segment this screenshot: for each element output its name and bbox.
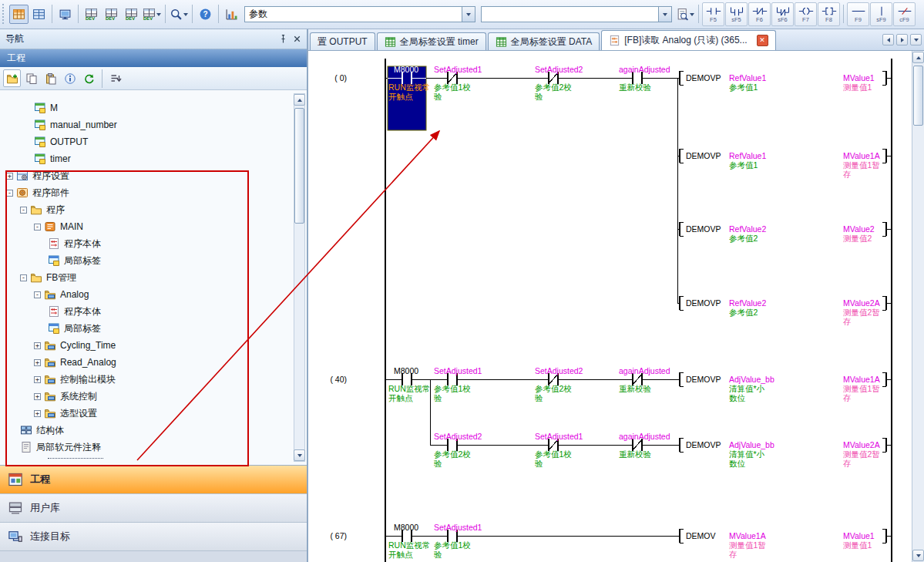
- tree-item-Cycling_Time[interactable]: +Cycling_Time: [0, 337, 307, 354]
- ladder-symbol-delline-button[interactable]: cF9: [893, 2, 916, 26]
- tree-expander[interactable]: +: [34, 376, 41, 383]
- ladder-editor[interactable]: ( 0)M8000RUN监视常开触点SetAdjusted1参考值1校验SetA…: [308, 51, 912, 562]
- tree-expander[interactable]: -: [6, 190, 13, 197]
- newf-button[interactable]: [3, 69, 21, 87]
- ladder-symbol-popen-button[interactable]: sF5: [725, 2, 748, 26]
- instruction-DEMOVP-MValue1A[interactable]: DEMOVPAdjValue_bb清算值*小数位MValue1A测量值1暂存: [680, 372, 892, 402]
- paste-button[interactable]: [42, 69, 59, 87]
- info-button[interactable]: [61, 69, 79, 87]
- ladder-symbol-coil-button[interactable]: F7: [795, 2, 817, 26]
- rung-0[interactable]: ( 0)M8000RUN监视常开触点SetAdjusted1参考值1校验SetA…: [334, 65, 892, 326]
- tree-item-选型设置[interactable]: +选型设置: [0, 405, 307, 422]
- nav-button-user-library[interactable]: 用户库: [0, 494, 307, 523]
- tree-item-manual_number[interactable]: manual_number: [0, 116, 307, 133]
- contact-SetAdjusted1[interactable]: SetAdjusted1参考值1校验: [434, 523, 482, 559]
- copy-button[interactable]: [22, 69, 40, 87]
- ladder-symbol-app-button[interactable]: F8: [818, 2, 840, 26]
- ladder-symbol-closed-button[interactable]: F6: [748, 2, 771, 26]
- cross-reference-button[interactable]: [675, 5, 695, 24]
- tree-item-程序本体[interactable]: 程序本体: [0, 303, 307, 320]
- device-comment-c-button[interactable]: DEV: [122, 5, 141, 24]
- tree-item-程序本体[interactable]: 程序本体: [0, 235, 307, 252]
- device-comment-a-button[interactable]: DEV: [82, 5, 101, 24]
- refresh-button[interactable]: [80, 69, 98, 87]
- scroll-down-icon[interactable]: [912, 550, 924, 561]
- tree-scrollbar[interactable]: [294, 93, 305, 462]
- project-view-toggle-button[interactable]: [9, 5, 29, 24]
- tree-expander[interactable]: -: [34, 291, 41, 298]
- ladder-symbol-pclosed-button[interactable]: sF6: [771, 2, 794, 26]
- tree-item-结构体[interactable]: 结构体: [0, 422, 307, 439]
- monitor-mode-button[interactable]: [55, 5, 75, 24]
- combo-dropdown-icon[interactable]: [658, 7, 671, 22]
- scroll-up-icon[interactable]: [912, 52, 924, 63]
- help-button[interactable]: ?: [196, 5, 215, 24]
- nav-button-connection[interactable]: 连接目标: [0, 523, 307, 551]
- instruction-DEMOVP-MValue2A[interactable]: DEMOVPRefValue2参考值2MValue2A测量值2暂存: [680, 296, 892, 326]
- contact-SetAdjusted1[interactable]: SetAdjusted1参考值1校验: [434, 65, 482, 101]
- statistics-button[interactable]: [222, 5, 241, 24]
- tree-expander[interactable]: -: [20, 274, 27, 281]
- tree-expander[interactable]: +: [34, 342, 41, 349]
- ladder-vertical-scrollbar[interactable]: [912, 51, 924, 562]
- instruction-DEMOVP-MValue2[interactable]: DEMOVPRefValue2参考值2MValue2测量值2: [680, 222, 892, 243]
- combo-dropdown-icon[interactable]: [462, 7, 475, 22]
- tree-expander[interactable]: -: [20, 207, 27, 214]
- close-icon[interactable]: [290, 32, 304, 45]
- rung-2[interactable]: ( 67)M8000RUN监视常开触点SetAdjusted1参考值1校验DEM…: [330, 523, 892, 559]
- contact-SetAdjusted2[interactable]: SetAdjusted2参考值2校验: [535, 65, 583, 101]
- ladder-symbol-hline-button[interactable]: F9: [847, 2, 869, 26]
- tab-1[interactable]: 置 OUTPUT: [310, 32, 375, 50]
- ladder-scrollbar-thumb[interactable]: [913, 66, 923, 126]
- tab-close-button[interactable]: ✕: [757, 35, 768, 46]
- contact-SetAdjusted2[interactable]: SetAdjusted2参考值2校验: [535, 366, 583, 402]
- contact-SetAdjusted2[interactable]: SetAdjusted2参考值2校验: [434, 432, 482, 468]
- tab-list-icon[interactable]: [910, 34, 922, 45]
- tree-expander[interactable]: -: [34, 224, 41, 231]
- contact-M8000[interactable]: M8000RUN监视常开触点: [388, 366, 430, 402]
- device-memory-dropdown-button[interactable]: DEV: [142, 5, 162, 24]
- tree-expander[interactable]: +: [34, 359, 41, 366]
- instruction-DEMOVP-MValue1A[interactable]: DEMOVPRefValue1参考值1MValue1A测量值1暂存: [680, 149, 892, 179]
- nav-button-project[interactable]: 工程: [0, 466, 307, 494]
- tree-item-局部软元件注释[interactable]: 局部软元件注释: [0, 439, 307, 456]
- parameter-list-button[interactable]: [29, 5, 49, 24]
- tree-item-timer[interactable]: timer: [0, 150, 307, 167]
- tree-item-Read_Analog[interactable]: +Read_Analog: [0, 354, 307, 371]
- sort-button[interactable]: [106, 69, 124, 87]
- contact-M8000[interactable]: M8000RUN监视常开触点: [388, 523, 430, 559]
- tree-expander[interactable]: +: [34, 393, 41, 400]
- contact-SetAdjusted1[interactable]: SetAdjusted1参考值1校验: [434, 366, 482, 402]
- tree-scrollbar-thumb[interactable]: [294, 108, 304, 224]
- tab-4[interactable]: [FB]读取 Analog (只读) (365...✕: [601, 30, 775, 50]
- contact-SetAdjusted1[interactable]: SetAdjusted1参考值1校验: [535, 432, 583, 468]
- tree-item-MAIN[interactable]: -MAIN: [0, 218, 307, 235]
- ladder-symbol-open-button[interactable]: F5: [702, 2, 724, 26]
- tree-item-局部标签[interactable]: 局部标签: [0, 320, 307, 337]
- tree-item-系统控制[interactable]: +系统控制: [0, 388, 307, 405]
- tab-scroll-left-icon[interactable]: [882, 34, 894, 45]
- rung-1[interactable]: ( 40)M8000RUN监视常开触点SetAdjusted1参考值1校验Set…: [330, 366, 892, 468]
- find-replace-button[interactable]: [169, 5, 189, 24]
- instruction-DEMOVP-MValue1[interactable]: DEMOVPRefValue1参考值1MValue1测量值1: [680, 71, 892, 92]
- tab-2[interactable]: 全局标签设置 timer: [377, 32, 486, 50]
- tree-expander[interactable]: +: [34, 410, 41, 417]
- instruction-DEMOV-MValue1[interactable]: DEMOVMValue1A测量值1暂存MValue1测量值1: [680, 529, 892, 559]
- tree-item-程序设置[interactable]: +程序设置: [0, 167, 307, 184]
- toolbar-grip[interactable]: [2, 4, 6, 24]
- tree-item-程序[interactable]: -程序: [0, 201, 307, 218]
- ladder-symbol-vline-button[interactable]: sF9: [870, 2, 892, 26]
- tree-expander[interactable]: +: [6, 173, 13, 180]
- parameter-combobox[interactable]: 参数: [244, 6, 475, 22]
- tree-item-局部标签[interactable]: 局部标签: [0, 252, 307, 269]
- tree-item-Analog[interactable]: -Analog: [0, 286, 307, 303]
- device-comment-b-button[interactable]: DEV: [102, 5, 121, 24]
- pin-icon[interactable]: [276, 32, 290, 45]
- tree-item-FB管理[interactable]: -FB管理: [0, 269, 307, 286]
- scroll-up-icon[interactable]: [294, 94, 305, 106]
- tab-scroll-right-icon[interactable]: [896, 34, 908, 45]
- scroll-down-icon[interactable]: [294, 449, 305, 461]
- tree-item-OUTPUT[interactable]: OUTPUT: [0, 133, 307, 150]
- secondary-combobox[interactable]: [481, 6, 672, 22]
- tree-item-控制输出模块[interactable]: +控制输出模块: [0, 371, 307, 388]
